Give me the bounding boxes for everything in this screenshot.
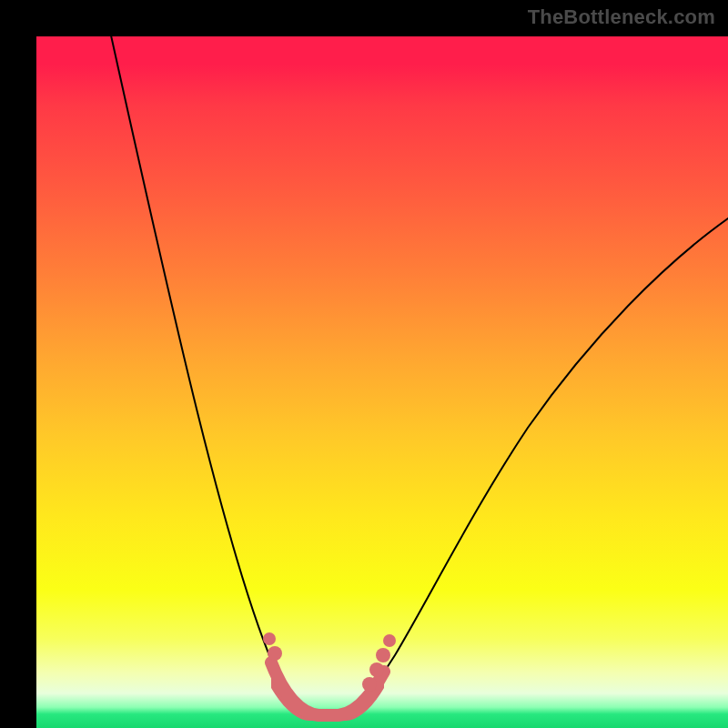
watermark-text: TheBottleneck.com [528, 5, 715, 29]
well-dot [263, 632, 276, 645]
well-dot [376, 648, 390, 662]
well-dot [369, 662, 384, 677]
curve-path [109, 36, 728, 713]
plot-area [36, 36, 728, 728]
bottleneck-curve [36, 36, 728, 728]
well-dot [362, 677, 377, 692]
chart-frame: TheBottleneck.com [0, 0, 728, 728]
well-dot [383, 634, 396, 647]
well-dot [268, 646, 282, 661]
